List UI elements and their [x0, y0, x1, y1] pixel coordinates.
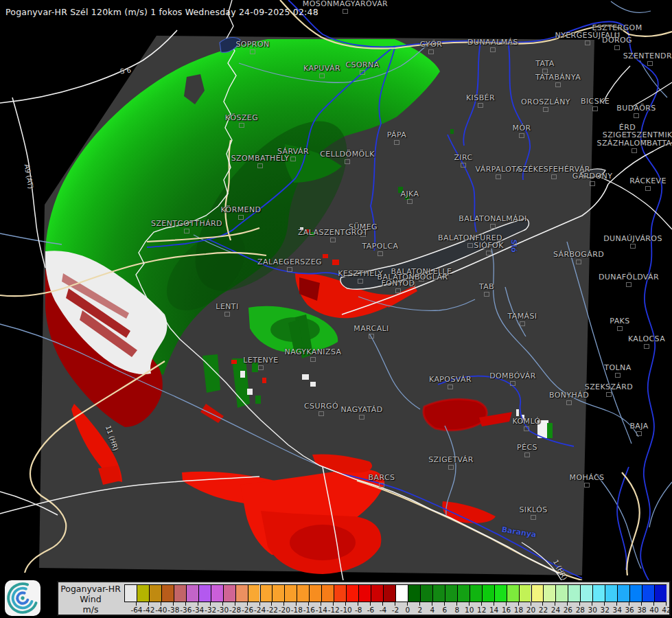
- settlement-outline-icon: [531, 515, 536, 520]
- city-label: MÓR: [513, 124, 531, 133]
- legend-tick-label: -10: [340, 606, 352, 614]
- settlement-outline-icon: [524, 426, 529, 431]
- settlement-outline-icon: [407, 199, 413, 204]
- legend-tick-label: 24: [551, 606, 560, 614]
- legend-swatch: [309, 584, 321, 602]
- settlement-outline-icon: [644, 344, 649, 349]
- city-label: SOPRON: [235, 40, 269, 49]
- legend-swatch: [358, 584, 371, 602]
- city-label: BONYHÁD: [549, 391, 589, 400]
- legend-tick-label: -4: [380, 606, 386, 614]
- settlement-outline-icon: [645, 186, 651, 191]
- radar-logo-icon: [5, 580, 40, 616]
- city-label: FONYÓD: [382, 279, 415, 288]
- settlement-outline-icon: [250, 49, 255, 54]
- settlement-outline-icon: [524, 453, 530, 457]
- settlement-outline-icon: [496, 174, 501, 179]
- settlement-outline-icon: [484, 292, 489, 297]
- legend-tick-label: 42: [662, 606, 671, 614]
- city-label: TATABÁNYA: [535, 73, 581, 82]
- legend-tick-label: 12: [477, 606, 486, 614]
- city-label: TOLNA: [604, 363, 631, 372]
- city-label: DOROG: [602, 36, 632, 45]
- city-label: KOMLÓ: [512, 417, 540, 426]
- legend-unit: m/s: [58, 604, 123, 615]
- city-label: SIÓFOK: [474, 241, 503, 250]
- legend-tick-label: 26: [564, 606, 572, 614]
- city-label: CSORNA: [345, 60, 379, 69]
- settlement-outline-icon: [614, 45, 620, 50]
- city-label: MARCALI: [354, 324, 389, 333]
- city-label: BARCS: [369, 473, 395, 482]
- settlement-outline-icon: [478, 103, 483, 108]
- city-label: SIKLÓS: [519, 505, 547, 514]
- water-label: Sió: [509, 239, 518, 252]
- legend-tick-label: 18: [514, 606, 523, 614]
- legend-tick-label: 36: [625, 606, 634, 614]
- legend-tick-label: -20: [279, 606, 290, 614]
- city-label: GYŐR: [420, 40, 443, 49]
- legend-tick-label: 16: [502, 606, 511, 614]
- legend-swatch: [519, 584, 531, 602]
- settlement-outline-icon: [632, 148, 637, 153]
- legend-tick-label: 40: [649, 606, 658, 614]
- legend-swatch: [629, 584, 642, 602]
- city-label: DUNAFÖLDVÁR: [599, 273, 659, 282]
- legend-swatch: [235, 584, 248, 602]
- legend-swatch: [137, 584, 149, 602]
- legend-tick-label: 8: [454, 606, 459, 614]
- legend-quantity: Wind: [58, 594, 123, 604]
- city-label: SZIGETVÁR: [428, 455, 474, 464]
- legend-tick-label: 10: [465, 606, 474, 614]
- legend-tick-label: -42: [143, 606, 154, 614]
- settlement-outline-icon: [543, 107, 548, 112]
- city-label: KESZTHELY: [338, 269, 383, 278]
- settlement-outline-icon: [566, 400, 572, 405]
- settlement-outline-icon: [551, 174, 557, 179]
- city-label: ZALASZENTGRÓT: [298, 228, 368, 237]
- settlement-outline-icon: [378, 251, 383, 256]
- settlement-outline-icon: [486, 251, 491, 255]
- settlement-outline-icon: [428, 49, 434, 54]
- legend-swatch: [211, 584, 223, 602]
- legend-swatch: [297, 584, 309, 602]
- city-label: TAPOLCA: [362, 242, 399, 251]
- legend-swatch: [248, 584, 260, 602]
- settlement-outline-icon: [257, 163, 263, 168]
- city-label: TATA: [535, 59, 555, 68]
- legend-swatch: [149, 584, 161, 602]
- legend-swatch: [494, 584, 507, 602]
- settlement-outline-icon: [395, 288, 401, 293]
- legend-panel: Poganyvar-HR Wind m/s -64-42-40-38-36-34…: [0, 579, 672, 618]
- legend-swatch: [346, 584, 358, 602]
- settlement-outline-icon: [490, 224, 496, 229]
- settlement-outline-icon: [319, 73, 325, 78]
- city-label: DOMBÓVÁR: [489, 371, 536, 380]
- settlement-outline-icon: [634, 113, 639, 118]
- city-label: SZEKSZÁRD: [585, 382, 633, 391]
- settlement-outline-icon: [310, 357, 316, 362]
- radar-title: Poganyvar-HR Szél 120km (m/s) 1 fokos We…: [5, 7, 318, 17]
- city-label: CELLDÖMÖLK: [320, 150, 375, 159]
- legend-tick-label: -36: [180, 606, 192, 614]
- legend-tick-label: -22: [266, 606, 278, 614]
- legend-swatch: [531, 584, 544, 602]
- legend-swatch: [617, 584, 629, 602]
- legend-swatch: [457, 584, 470, 602]
- city-label: PÁPA: [387, 130, 407, 139]
- settlement-outline-icon: [585, 41, 590, 45]
- city-label: BALATONALMÁDI: [459, 214, 526, 223]
- legend-tick-label: 34: [612, 606, 621, 614]
- legend-swatch: [284, 584, 297, 602]
- legend-tick-label: -28: [229, 606, 241, 614]
- settlement-outline-icon: [318, 411, 324, 416]
- legend-tick-label: 2: [418, 606, 423, 614]
- city-label: LETENYE: [243, 356, 278, 365]
- legend-tick-label: 30: [588, 606, 597, 614]
- legend-tick-label: -18: [291, 606, 303, 614]
- legend-tick-label: 38: [637, 606, 646, 614]
- radar-app-window: Poganyvar-HR Szél 120km (m/s) 1 fokos We…: [0, 0, 672, 618]
- legend-caption: Poganyvar-HR Wind m/s: [58, 584, 123, 615]
- settlement-outline-icon: [359, 415, 364, 420]
- road-label: S 6: [119, 66, 131, 75]
